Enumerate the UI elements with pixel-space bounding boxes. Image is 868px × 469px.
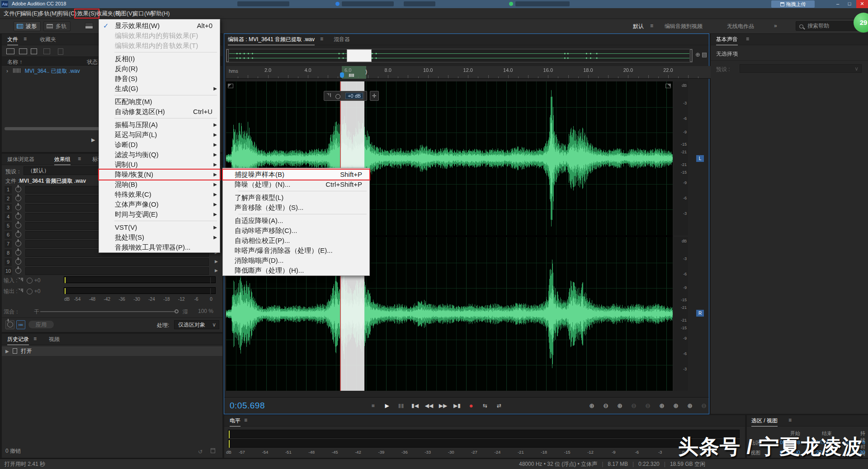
effects-menu-item-b[interactable]: 混响(B)▶ [99, 180, 220, 189]
selection-right-handle[interactable]: ⟩ [365, 69, 368, 75]
zoom-full-button[interactable]: ⊖ [698, 401, 710, 410]
zoom-in-right-button[interactable]: ⊕ [670, 401, 682, 410]
rack-panel-menu-icon[interactable]: ≡ [78, 156, 81, 162]
right-channel-badge[interactable]: R [696, 310, 704, 317]
tab-media-browser[interactable]: 媒体浏览器 [7, 156, 34, 163]
slot-power-icon[interactable] [15, 195, 21, 201]
noise-submenu-item-e[interactable]: 咔嗒声/爆音消除器（处理）(E)... [223, 246, 369, 256]
fast-forward-button[interactable]: ▶▶ [437, 401, 449, 410]
effects-menu-item-h[interactable]: 自动修复选区(H)Ctrl+U [99, 107, 220, 117]
effects-menu-item-s[interactable]: 批处理(S)▶ [99, 232, 220, 242]
effects-menu-item-t[interactable]: 编辑效果组内的音轨效果(T) [99, 41, 220, 51]
new-file-icon[interactable] [31, 48, 37, 54]
slot-power-icon[interactable] [15, 259, 21, 265]
slot-power-icon[interactable] [15, 232, 21, 237]
time-display[interactable]: 0:05.698 [230, 401, 265, 411]
noise-submenu-item-s[interactable]: 声音移除（处理）(S)... [223, 203, 369, 213]
expander-icon[interactable]: › [6, 68, 8, 74]
editor-panel-menu-icon[interactable]: ≡ [320, 36, 323, 42]
zoom-in-button[interactable]: ⊕ [586, 401, 598, 410]
skip-end-button[interactable]: ▶▮ [451, 401, 463, 410]
nav-list-icon[interactable]: ▤ [702, 51, 707, 58]
effects-menu-item-i[interactable]: 反相(I) [99, 54, 220, 64]
effects-menu-item-d[interactable]: 诊断(D)▶ [99, 140, 220, 150]
navigator-right-handle[interactable] [690, 49, 692, 62]
effects-menu-item-p[interactable]: 音频增效工具管理器(P)... [99, 242, 220, 252]
tab-video[interactable]: 视频 [49, 336, 60, 343]
effects-menu-item-l[interactable]: 延迟与回声(L)▶ [99, 130, 220, 140]
effects-menu-item-e[interactable]: 时间与变调(E)▶ [99, 209, 220, 219]
rack-slot-10[interactable]: 10▶ [5, 267, 219, 275]
zoom-reset-button[interactable]: ⊖ [642, 401, 654, 410]
preview-play-icon[interactable]: ▶ [91, 137, 95, 143]
tab-files[interactable]: 文件 [7, 36, 18, 45]
playhead-marker[interactable] [340, 72, 344, 78]
pause-button[interactable]: ▮▮ [395, 401, 407, 410]
hud-pin-icon[interactable]: ✛ [370, 91, 379, 101]
record-button[interactable]: ● [465, 401, 477, 410]
files-panel-menu-icon[interactable]: ≡ [24, 36, 27, 42]
hud-gain-knob[interactable] [335, 94, 340, 99]
tab-history[interactable]: 历史记录 [7, 336, 29, 345]
mix-slider-knob[interactable] [175, 309, 179, 313]
zoom-nav-icon[interactable]: ⊕ [695, 51, 700, 58]
zoom-selection-lr-button[interactable]: ⊕ [684, 401, 696, 410]
tab-basic-sound[interactable]: 基本声音 [716, 36, 738, 45]
slot-arrow-icon[interactable]: ▶ [215, 259, 218, 264]
effects-menu-item-c[interactable]: 特殊效果(C)▶ [99, 189, 220, 199]
effects-menu-item-n[interactable]: 降噪/恢复(N)▶ [99, 170, 220, 180]
close-button[interactable]: ✕ [856, 0, 868, 8]
minimize-button[interactable]: – [832, 0, 844, 8]
selview-menu-icon[interactable]: ≡ [788, 417, 792, 423]
navigator-selection[interactable] [347, 49, 372, 62]
play-button[interactable]: ▶ [381, 401, 393, 410]
rack-slot-9[interactable]: 9▶ [5, 258, 219, 266]
spectral-display-button[interactable] [85, 23, 93, 29]
basic-sound-menu-icon[interactable]: ≡ [746, 36, 749, 42]
stop-button[interactable]: ■ [367, 401, 379, 410]
slot-power-icon[interactable] [15, 268, 21, 274]
import-file-icon[interactable] [19, 48, 27, 54]
zoom-selection-button[interactable]: ⊕ [614, 401, 626, 410]
effects-menu-item-o[interactable]: 立体声声像(O)▶ [99, 199, 220, 209]
zoom-out-button[interactable]: ⊖ [600, 401, 612, 410]
tab-levels[interactable]: 电平 [230, 417, 241, 426]
tab-editor[interactable]: 编辑器 : MVI_3641 音频已提取 .wav [228, 36, 315, 45]
maximize-button[interactable]: □ [844, 0, 855, 8]
noise-submenu-item-d[interactable]: 消除嗡嗡声(D)... [223, 256, 369, 265]
process-dropdown[interactable]: 仅选区对象 ∨ [174, 320, 219, 329]
noise-submenu-item-l[interactable]: 了解声音模型(L) [223, 193, 369, 203]
volume-hud[interactable]: +0 dB [324, 91, 367, 101]
effects-menu-item-vstv[interactable]: VST(V)▶ [99, 223, 220, 232]
multitrack-view-button[interactable]: 多轨 [43, 21, 71, 31]
effects-menu-item-s[interactable]: 静音(S) [99, 74, 220, 84]
channel-corner-icon-right[interactable] [665, 84, 671, 88]
noise-submenu-item-b[interactable]: 捕捉噪声样本(B)Shift+P [223, 170, 369, 180]
menubar-item-9[interactable]: 帮助(H) [148, 9, 172, 18]
tab-selection-view[interactable]: 选区 / 视图 [751, 417, 778, 426]
scrub-grip[interactable] [349, 74, 354, 77]
slot-arrow-icon[interactable]: ▶ [215, 268, 218, 273]
timeline-ruler[interactable]: hms ⟩ 2.04.06.08.010.012.014.016.018.020… [226, 66, 711, 79]
workspace-overflow-icon[interactable]: » [774, 23, 777, 29]
effects-menu-item-r[interactable]: 反向(R) [99, 64, 220, 74]
workspace-default[interactable]: 默认 [633, 23, 644, 30]
effects-menu-item-w[interactable]: ✓显示效果组(W)Alt+0 [99, 21, 220, 31]
zoom-out-full-button[interactable]: ⊖ [628, 401, 640, 410]
slot-power-icon[interactable] [15, 241, 21, 246]
loop-button[interactable]: ⇆ [479, 401, 491, 410]
noise-submenu-item-h[interactable]: 降低嘶声（处理）(H)... [223, 265, 369, 275]
zoom-in-left-button[interactable]: ⊕ [656, 401, 668, 410]
skip-selection-button[interactable]: ⇄ [493, 401, 505, 410]
slot-power-icon[interactable] [15, 223, 21, 228]
channel-corner-icon-left[interactable] [228, 84, 233, 88]
history-entry-open[interactable]: ▶ 打开 [2, 346, 222, 356]
tab-effects-rack[interactable]: 效果组 [54, 156, 71, 165]
drag-upload-button[interactable]: 拖拽上传 [771, 0, 815, 8]
noise-submenu-item-c[interactable]: 自动咔嗒声移除(C)... [223, 226, 369, 236]
workspace-menu-icon[interactable]: ≡ [650, 23, 653, 29]
waveform-view-button[interactable]: 波形 [14, 21, 41, 31]
slot-power-icon[interactable] [15, 250, 21, 256]
open-folder-icon[interactable] [6, 48, 14, 54]
workspace-radio[interactable]: 无线电作品 [727, 23, 754, 30]
